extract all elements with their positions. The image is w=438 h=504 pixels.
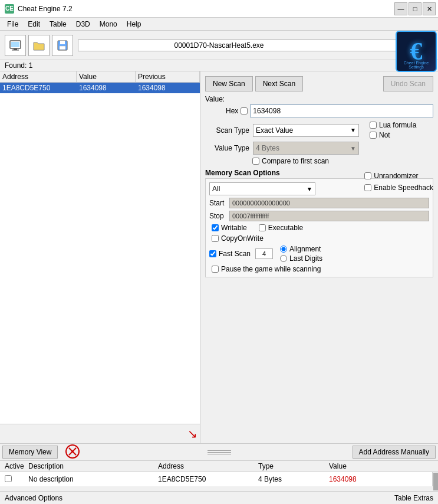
header-address-col: Address	[158, 462, 258, 470]
stop-label: Stop	[209, 212, 227, 220]
executable-row: Executable	[259, 224, 303, 232]
copyonwrite-label: CopyOnWrite	[221, 234, 264, 243]
addr-table-row[interactable]: No description 1EA8CD5E750 4 Bytes 16340…	[5, 473, 433, 485]
header-type: Type	[258, 462, 329, 470]
speedhack-checkbox[interactable]	[364, 184, 371, 191]
address-cell: 1EA8CD5E750	[0, 83, 77, 93]
address-list[interactable]: 1EA8CD5E750 1634098 1634098	[0, 83, 200, 424]
svg-rect-2	[12, 50, 19, 51]
speedhack-label: Enable Speedhack	[374, 184, 433, 192]
active-checkbox-cell[interactable]	[5, 475, 28, 484]
writable-row: Writable	[212, 224, 247, 232]
menu-help[interactable]: Help	[122, 19, 146, 30]
table-scrollbar[interactable]	[432, 472, 438, 486]
found-bar: Found: 1	[0, 60, 438, 71]
writable-checkbox[interactable]	[212, 224, 219, 231]
value-label: Value:	[205, 95, 226, 103]
advanced-options-link[interactable]: Advanced Options	[5, 494, 62, 502]
alignment-radio[interactable]	[280, 246, 287, 253]
menu-d3d[interactable]: D3D	[71, 19, 95, 30]
scroll-thumb[interactable]	[433, 473, 438, 490]
svg-rect-6	[60, 46, 65, 50]
table-extras-link[interactable]: Table Extras	[394, 494, 433, 502]
address-row[interactable]: 1EA8CD5E750 1634098 1634098	[0, 83, 200, 93]
toolbar-btn-save[interactable]	[52, 35, 73, 56]
hex-checkbox[interactable]	[241, 107, 248, 114]
next-scan-button[interactable]: Next Scan	[255, 76, 303, 91]
minimize-button[interactable]: —	[394, 2, 407, 15]
value-type-row: Value Type 4 Bytes ▼	[205, 142, 433, 155]
window-controls: — □ ✕	[394, 2, 436, 15]
description-cell: No description	[28, 475, 158, 483]
memory-view-button[interactable]: Memory View	[2, 446, 58, 459]
lua-formula-row: Lua formula	[370, 121, 416, 129]
menu-edit[interactable]: Edit	[23, 19, 45, 30]
scan-type-dropdown[interactable]: Exact Value ▼	[253, 124, 359, 137]
svg-rect-1	[14, 48, 17, 50]
start-label: Start	[209, 199, 227, 207]
value-row: Value:	[205, 95, 433, 103]
alignment-row: Alignment	[280, 245, 322, 253]
add-address-button[interactable]: Add Address Manually	[353, 446, 436, 459]
fast-scan-input[interactable]	[255, 248, 273, 259]
not-row: Not	[370, 131, 416, 139]
lua-formula-checkbox[interactable]	[370, 122, 377, 129]
fast-scan-options: Alignment Last Digits	[280, 245, 322, 263]
app-title: Cheat Engine 7.2	[18, 5, 73, 13]
previous-cell: 1634098	[136, 83, 200, 93]
address-list-panel: Address Value Previous 1EA8CD5E750 16340…	[0, 71, 200, 443]
scan-type-row: Scan Type Exact Value ▼ Lua formula Not	[205, 121, 433, 139]
header-description: Description	[28, 462, 158, 470]
main-panel: Address Value Previous 1EA8CD5E750 16340…	[0, 71, 438, 443]
menu-table[interactable]: Table	[45, 19, 71, 30]
enable-speedhack-row: Enable Speedhack	[364, 184, 433, 192]
hex-label: Hex	[226, 107, 238, 115]
scan-panel: New Scan Next Scan Undo Scan Value: Hex …	[200, 71, 438, 443]
copyonwrite-checkbox[interactable]	[212, 235, 219, 242]
entry-address-cell: 1EA8CD5E750	[158, 475, 258, 483]
address-table: No description 1EA8CD5E750 4 Bytes 16340…	[0, 472, 438, 486]
not-checkbox[interactable]	[370, 132, 377, 139]
value-input[interactable]	[250, 104, 433, 117]
close-button[interactable]: ✕	[423, 2, 436, 15]
progress-bar	[78, 40, 431, 51]
compare-first-row: Compare to first scan	[252, 157, 433, 165]
svg-rect-3	[11, 42, 19, 47]
entry-type-cell: 4 Bytes	[258, 475, 329, 483]
executable-checkbox[interactable]	[259, 224, 266, 231]
fast-scan-label: Fast Scan	[219, 250, 251, 258]
new-scan-button[interactable]: New Scan	[205, 76, 253, 91]
found-count: Found: 1	[5, 61, 32, 70]
stop-input[interactable]	[229, 211, 429, 221]
stop-row: Stop	[209, 211, 429, 221]
bottom-toolbar: Memory View Add Address Manually	[0, 443, 438, 461]
fast-scan-checkbox[interactable]	[209, 250, 216, 257]
header-value: Value	[77, 71, 136, 82]
delete-icon[interactable]	[65, 444, 80, 461]
undo-scan-button[interactable]: Undo Scan	[383, 76, 433, 91]
alignment-label: Alignment	[289, 245, 321, 253]
start-input[interactable]	[229, 198, 429, 208]
unrandomizer-label: Unrandomizer	[374, 172, 418, 180]
menu-mono[interactable]: Mono	[95, 19, 122, 30]
maximize-button[interactable]: □	[409, 2, 421, 15]
entry-active-checkbox[interactable]	[5, 475, 12, 482]
value-type-label: Value Type	[205, 144, 249, 152]
toolbar-btn-folder[interactable]	[28, 35, 50, 56]
toolbar: 00001D70-NascarHeat5.exe € Cheat EngineS…	[0, 31, 438, 60]
unrandomizer-checkbox[interactable]	[364, 172, 371, 179]
menu-file[interactable]: File	[2, 19, 23, 30]
toolbar-btn-monitor[interactable]	[5, 35, 26, 56]
titlebar: CE Cheat Engine 7.2 — □ ✕	[0, 0, 438, 18]
compare-first-checkbox[interactable]	[252, 158, 259, 165]
writable-executable-row: Writable Executable	[209, 224, 429, 232]
mem-range-dropdown[interactable]: All ▼	[209, 182, 315, 195]
last-digits-radio[interactable]	[280, 255, 287, 262]
not-label: Not	[379, 131, 390, 139]
pause-game-checkbox[interactable]	[212, 266, 219, 273]
value-type-value: 4 Bytes	[256, 144, 279, 152]
header-previous: Previous	[136, 71, 200, 82]
app-icon: CE	[5, 4, 14, 14]
value-type-dropdown[interactable]: 4 Bytes ▼	[253, 142, 359, 155]
last-digits-row: Last Digits	[280, 254, 322, 263]
